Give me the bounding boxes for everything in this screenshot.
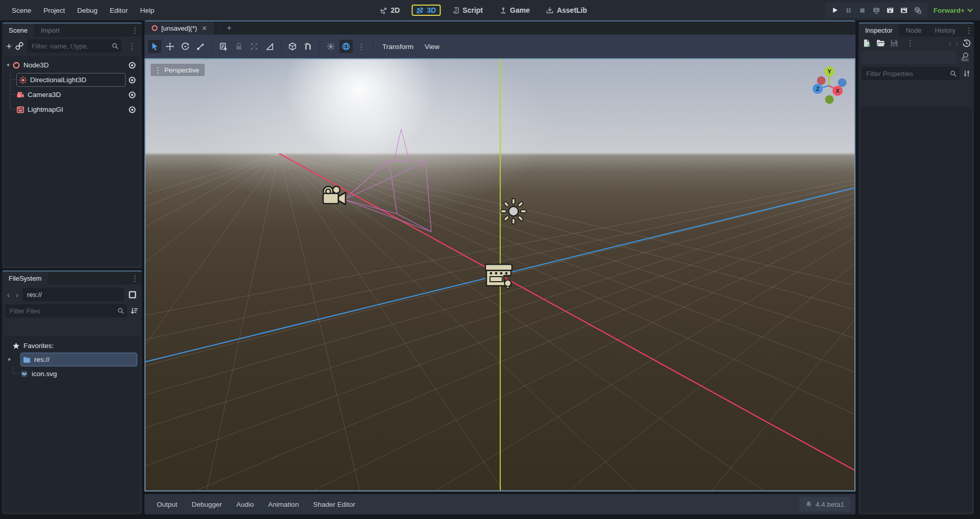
instance-scene-button[interactable] <box>15 42 23 50</box>
scene-tree-options-icon[interactable]: ⋮ <box>125 42 139 50</box>
lock-selected-button[interactable] <box>232 40 246 53</box>
bottom-tab-shader-editor[interactable]: Shader Editor <box>306 498 362 511</box>
close-tab-icon[interactable]: ✕ <box>202 24 207 32</box>
tree-row-node3d[interactable]: ▾ Node3D <box>4 58 140 72</box>
3d-icon <box>416 7 424 14</box>
tab-history[interactable]: History <box>928 23 962 37</box>
remote-debug-button[interactable] <box>871 5 881 15</box>
menu-project[interactable]: Project <box>38 5 70 16</box>
game-icon <box>499 7 507 14</box>
res-folder-row[interactable]: res:// <box>20 353 137 366</box>
rotate-tool-button[interactable] <box>179 40 192 53</box>
workspace-game-button[interactable]: Game <box>495 5 534 16</box>
bottom-tab-debugger[interactable]: Debugger <box>185 498 229 511</box>
history-back-icon[interactable]: ‹ <box>5 290 12 299</box>
group-selected-button[interactable] <box>248 40 261 53</box>
new-scene-tab-button[interactable]: + <box>219 21 239 35</box>
script-icon <box>452 7 459 14</box>
property-filter-options-icon[interactable] <box>963 69 971 78</box>
visibility-eye-icon[interactable] <box>127 91 138 99</box>
tab-inspector[interactable]: Inspector <box>859 23 899 37</box>
scale-tool-button[interactable] <box>194 40 207 53</box>
bottom-panel-bar: Output Debugger Audio Animation Shader E… <box>144 494 855 514</box>
filter-files-input[interactable] <box>5 304 127 317</box>
edited-object-history-icon[interactable] <box>962 39 971 47</box>
save-icon[interactable] <box>890 39 898 47</box>
scene-filter-input[interactable] <box>27 39 121 53</box>
workspace-script-button[interactable]: Script <box>448 5 487 16</box>
movie-maker-mode-button[interactable] <box>913 5 923 15</box>
select-list-button[interactable] <box>217 40 230 53</box>
add-node-button[interactable]: + <box>6 41 12 51</box>
toggle-split-mode-icon[interactable] <box>126 290 139 299</box>
3d-viewport[interactable]: Y X Z ⋮ Perspective <box>144 58 855 491</box>
transform-menu[interactable]: Transform <box>377 43 419 51</box>
preview-sunlight-button[interactable] <box>324 40 337 53</box>
tree-row-lightmapgi[interactable]: LightmapGI <box>4 102 140 117</box>
version-info[interactable]: 4.4.beta1 <box>799 497 850 511</box>
bottom-tab-output[interactable]: Output <box>150 498 185 511</box>
collapse-icon[interactable]: ▾ <box>5 356 13 363</box>
visibility-eye-icon[interactable] <box>127 106 138 114</box>
inspector-forward-icon[interactable]: › <box>955 39 958 47</box>
file-sort-icon[interactable] <box>130 307 139 315</box>
selected-node-box: DirectionalLight3D <box>16 73 126 87</box>
snap-toggle-button[interactable] <box>301 40 314 53</box>
ruler-tool-button[interactable] <box>263 40 276 53</box>
inspector-properties-area <box>861 107 972 512</box>
menu-help[interactable]: Help <box>134 5 160 16</box>
sun-environment-options-icon[interactable]: ⋮ <box>355 40 368 53</box>
menu-debug[interactable]: Debug <box>71 5 103 16</box>
renderer-selector[interactable]: Forward+ <box>934 7 975 14</box>
current-path-field[interactable] <box>22 288 124 301</box>
select-tool-button[interactable] <box>148 40 161 53</box>
load-resource-icon[interactable] <box>876 39 885 47</box>
play-custom-scene-button[interactable] <box>899 5 909 15</box>
inspector-dock-menu-icon[interactable]: ⋮ <box>962 23 976 37</box>
filter-properties-input[interactable] <box>862 67 960 80</box>
tab-node[interactable]: Node <box>899 23 928 37</box>
axis-neg-z-ball[interactable] <box>838 79 847 87</box>
scene-tab-unsaved[interactable]: [unsaved](*) ✕ <box>144 21 214 35</box>
tree-row-directionallight3d[interactable]: DirectionalLight3D <box>4 72 140 87</box>
axis-neg-y-ball[interactable] <box>825 95 834 104</box>
workspace-2d-button[interactable]: 2D <box>376 5 405 16</box>
filesystem-dock-menu-icon[interactable]: ⋮ <box>128 271 142 285</box>
play-button[interactable] <box>830 5 840 15</box>
visibility-eye-icon[interactable] <box>127 61 138 69</box>
history-forward-icon[interactable]: › <box>14 290 20 299</box>
assetlib-icon <box>546 7 554 14</box>
tab-import[interactable]: Import <box>34 23 66 37</box>
view-menu[interactable]: View <box>419 43 445 51</box>
stop-button[interactable] <box>857 5 868 15</box>
projection-selector[interactable]: ⋮ Perspective <box>151 64 205 76</box>
play-scene-button[interactable] <box>885 5 895 15</box>
resource-options-icon[interactable]: ⋮ <box>903 39 917 47</box>
tab-filesystem[interactable]: FileSystem <box>2 271 48 285</box>
preview-environment-button[interactable] <box>339 40 353 53</box>
snap-object-to-floor-button[interactable] <box>286 40 299 53</box>
camera3d-gizmo-icon[interactable] <box>323 186 346 205</box>
axis-navigation-gizmo[interactable]: Y X Z <box>813 66 847 104</box>
workspace-3d-button[interactable]: 3D <box>411 5 440 16</box>
bottom-tab-animation[interactable]: Animation <box>261 498 306 511</box>
inspector-back-icon[interactable]: ‹ <box>949 39 951 47</box>
visibility-eye-icon[interactable] <box>127 76 138 84</box>
menu-scene[interactable]: Scene <box>6 5 37 16</box>
menu-editor[interactable]: Editor <box>104 5 133 16</box>
axis-neg-x-ball[interactable] <box>817 77 826 85</box>
file-row-icon-svg[interactable]: icon.svg <box>4 366 140 381</box>
search-docs-icon[interactable]: DOC <box>960 52 971 63</box>
scene-dock-menu-icon[interactable]: ⋮ <box>128 23 142 37</box>
directionallight3d-gizmo-icon[interactable] <box>501 199 526 224</box>
lightmapgi-gizmo-icon[interactable] <box>485 264 512 288</box>
favorites-row[interactable]: Favorites: <box>4 338 140 353</box>
pause-button[interactable] <box>844 5 854 15</box>
tab-scene[interactable]: Scene <box>2 23 34 37</box>
workspace-assetlib-button[interactable]: AssetLib <box>542 5 592 16</box>
bottom-tab-audio[interactable]: Audio <box>229 498 261 511</box>
move-tool-button[interactable] <box>163 40 177 53</box>
new-resource-icon[interactable] <box>863 39 871 47</box>
collapse-icon[interactable]: ▾ <box>4 62 12 68</box>
tree-row-camera3d[interactable]: Camera3D <box>4 87 140 102</box>
